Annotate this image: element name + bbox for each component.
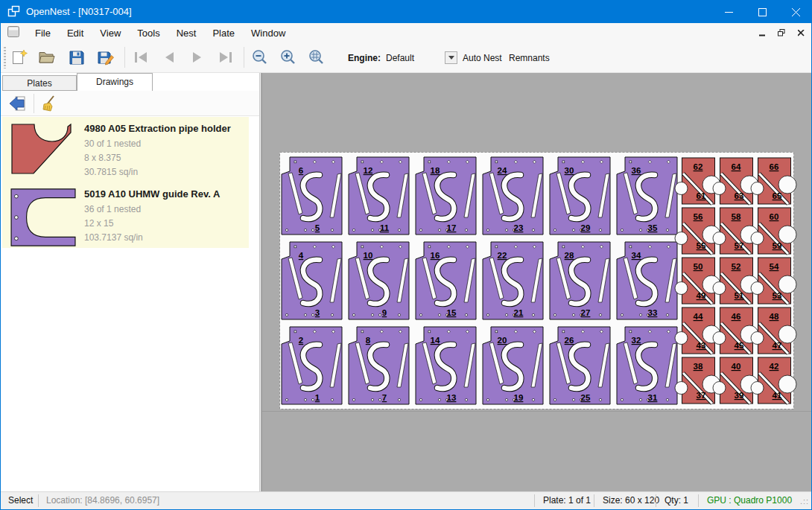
menu-tools[interactable]: Tools [129,25,168,42]
part-number: 15 [447,308,457,317]
part-number: 35 [648,223,658,232]
drawing-item-5019[interactable]: 5019 A10 UHMW guide Rev. A 36 of 1 neste… [2,182,249,248]
remnants-button[interactable]: Remnants [509,53,550,63]
drawing-nested-count: 30 of 1 nested [84,137,231,151]
part-number: 32 [632,336,641,345]
tab-plates[interactable]: Plates [2,75,77,91]
import-drawing-button[interactable] [7,93,28,114]
part-number: 4 [299,251,304,260]
part-number: 62 [694,162,703,171]
part-number: 36 [632,166,641,175]
purple-part-pair[interactable] [617,327,677,404]
status-separator [38,494,39,507]
part-number: 30 [565,166,574,175]
purple-part-pair[interactable] [550,157,610,235]
clean-drawings-button[interactable] [38,93,59,114]
drawing-area: 103.7137 sq/in [84,231,220,245]
part-number: 11 [380,223,390,232]
document-system-icon[interactable] [7,26,19,40]
purple-part-pair[interactable] [282,157,342,235]
purple-part-pair[interactable] [416,157,476,235]
close-button[interactable] [779,1,812,23]
resize-grip[interactable]: .:: [800,497,811,507]
mdi-minimize-button[interactable] [755,26,770,39]
menu-window[interactable]: Window [243,25,294,42]
part-number: 7 [382,393,387,402]
part-number: 44 [694,312,703,321]
part-number: 49 [697,291,706,300]
part-number: 41 [773,391,782,400]
purple-part-pair[interactable] [349,157,409,235]
engine-dropdown-arrow[interactable] [445,51,457,64]
auto-nest-button[interactable]: Auto Nest [463,53,502,63]
menu-edit[interactable]: Edit [59,25,92,42]
window-title: OpenNest - [N0317-004] [26,6,132,17]
purple-part-pair[interactable] [550,327,610,404]
purple-part-pair[interactable] [483,242,543,319]
drawing-title: 4980 A05 Extraction pipe holder [84,123,231,134]
part-number: 51 [735,291,744,300]
menu-bar: File Edit View Tools Nest Plate Window [1,23,812,42]
new-document-button[interactable] [8,47,29,68]
zoom-in-button[interactable] [278,47,299,68]
previous-plate-button[interactable] [159,47,180,68]
part-number: 47 [773,341,782,350]
engine-value[interactable]: Default [386,53,414,63]
part-number: 20 [498,336,507,345]
zoom-fit-button[interactable] [306,47,327,68]
open-file-button[interactable] [37,47,57,68]
part-number: 27 [581,308,591,317]
toolbar-separator [244,47,244,68]
purple-part-pair[interactable] [550,242,610,319]
tab-drawings[interactable]: Drawings [77,73,153,91]
last-plate-button[interactable] [215,47,236,68]
maximize-button[interactable] [746,1,779,23]
part-number: 21 [514,308,524,317]
part-number: 52 [732,262,741,271]
menu-file[interactable]: File [27,25,59,42]
status-gpu: GPU : Quadro P1000 [707,495,792,506]
first-plate-button[interactable] [130,47,151,68]
purple-part-pair[interactable] [483,327,543,404]
part-number: 31 [648,393,658,402]
purple-part-pair[interactable] [282,242,342,319]
mdi-close-button[interactable] [793,26,808,39]
drawing-thumbnail-purple [8,187,79,251]
purple-part-pair[interactable] [349,327,409,404]
part-number: 58 [732,212,741,221]
nest-plate-view[interactable]: 6512111817242330293635431091615222128273… [261,73,812,491]
purple-part-pair[interactable] [416,242,476,319]
part-number: 2 [299,336,303,345]
engine-label-text: Engine: [348,53,381,63]
part-number: 42 [770,362,779,371]
save-button[interactable] [66,47,87,68]
menu-view[interactable]: View [92,25,129,42]
status-size: Size: 60 x 120 [603,495,659,506]
purple-part-pair[interactable] [282,327,342,404]
nest-canvas[interactable]: 6512111817242330293635431091615222128273… [261,73,812,491]
app-icon [7,5,20,21]
purple-part-pair[interactable] [483,157,543,235]
purple-part-pair[interactable] [617,242,677,319]
part-number: 25 [581,393,591,402]
title-bar: OpenNest - [N0317-004] [1,1,812,23]
part-number: 53 [773,291,782,300]
zoom-out-button[interactable] [250,47,270,68]
save-as-button[interactable] [95,47,115,68]
purple-part-pair[interactable] [617,157,677,235]
part-number: 9 [382,308,387,317]
mdi-restore-button[interactable] [774,26,789,39]
part-number: 29 [581,223,591,232]
next-plate-button[interactable] [187,47,208,68]
menu-nest[interactable]: Nest [168,25,205,42]
part-number: 19 [514,393,524,402]
part-number: 24 [498,166,507,175]
part-number: 59 [773,241,782,250]
drawing-item-4980[interactable]: 4980 A05 Extraction pipe holder 30 of 1 … [2,117,249,182]
purple-part-pair[interactable] [349,242,409,319]
part-number: 65 [773,191,782,200]
purple-part-pair[interactable] [416,327,476,404]
part-number: 63 [735,191,744,200]
menu-plate[interactable]: Plate [204,25,243,42]
minimize-button[interactable] [712,1,746,23]
